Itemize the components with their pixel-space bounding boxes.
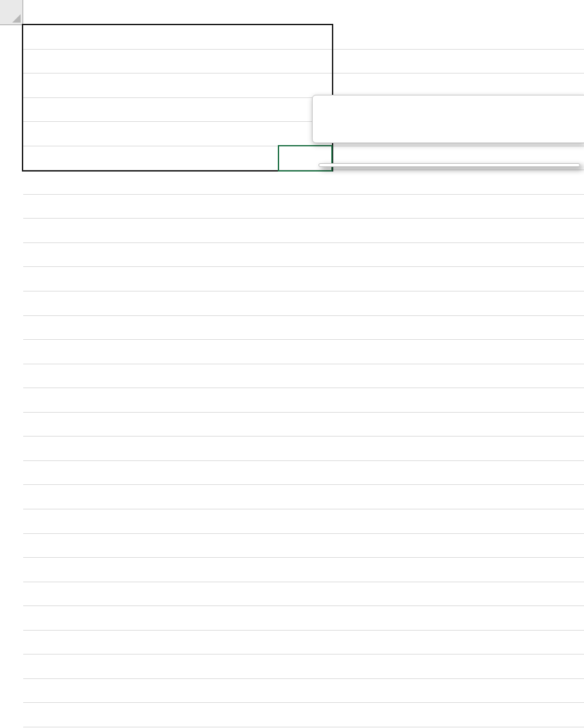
mini-toolbar <box>312 95 584 143</box>
excel-window <box>0 0 584 728</box>
select-all-corner[interactable] <box>0 0 23 25</box>
context-menu <box>318 163 580 167</box>
